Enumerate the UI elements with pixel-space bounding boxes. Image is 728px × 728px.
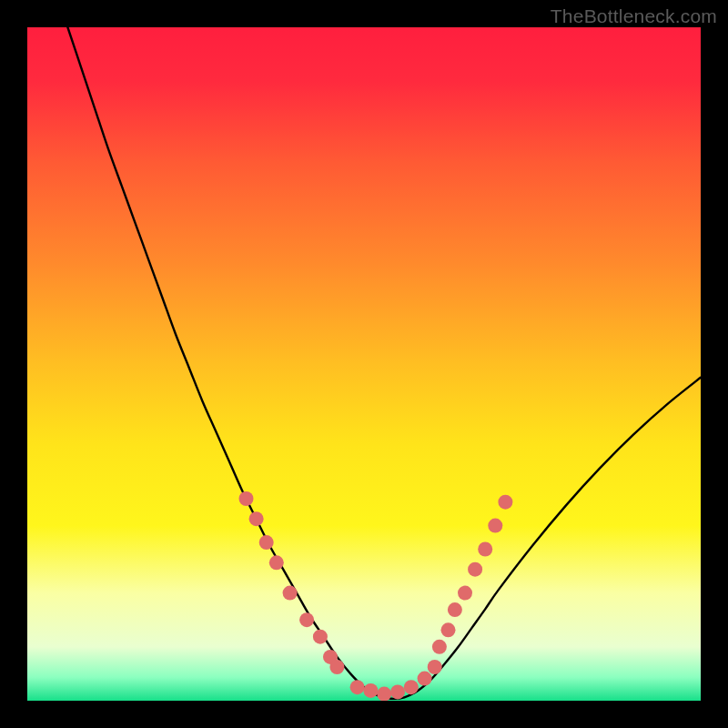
marker-dot xyxy=(329,660,344,674)
marker-dot xyxy=(458,586,472,601)
marker-dot xyxy=(239,491,254,506)
marker-dot xyxy=(498,495,512,510)
marker-dot xyxy=(377,687,391,701)
marker-dot xyxy=(249,511,264,526)
marker-dot xyxy=(299,612,314,627)
marker-dot xyxy=(432,640,447,654)
curve-markers xyxy=(239,491,513,701)
marker-dot xyxy=(428,660,442,674)
marker-dot xyxy=(418,672,432,686)
marker-dot xyxy=(441,622,456,637)
watermark-text: TheBottleneck.com xyxy=(551,5,717,27)
marker-dot xyxy=(350,680,365,694)
marker-dot xyxy=(488,519,502,533)
marker-dot xyxy=(283,586,298,601)
chart-stage: TheBottleneck.com xyxy=(0,0,728,728)
marker-dot xyxy=(478,542,492,557)
marker-dot xyxy=(404,680,419,694)
marker-dot xyxy=(363,683,378,698)
bottleneck-curve xyxy=(67,27,701,699)
marker-dot xyxy=(390,684,405,699)
marker-dot xyxy=(468,562,482,577)
plot-area xyxy=(27,27,701,701)
marker-dot xyxy=(259,535,274,550)
curve-layer xyxy=(27,27,701,701)
marker-dot xyxy=(313,630,328,644)
marker-dot xyxy=(448,602,462,617)
marker-dot xyxy=(269,555,284,570)
